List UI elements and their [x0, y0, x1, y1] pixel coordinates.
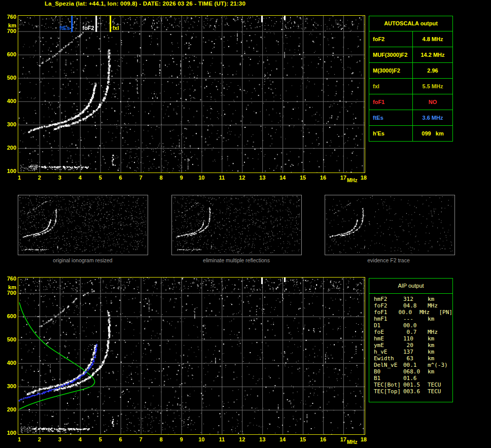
aip-output-table: AIP output hmF2312kmfoF204.8MHzfoF100.0M…: [369, 278, 453, 402]
bottom-ionogram-canvas: [18, 278, 365, 434]
aip-row-value: 20: [403, 342, 424, 349]
x-tick-label: 6: [119, 436, 122, 442]
x-tick-label: 7: [139, 175, 143, 181]
y-tick-label: 400: [2, 98, 16, 104]
aip-row-label: ymE: [374, 342, 403, 349]
aip-row-unit: km: [428, 316, 451, 322]
x-tick-label: 1: [18, 436, 21, 442]
y-tick-label: 100: [2, 430, 16, 436]
marker-label-fxi: fxI: [113, 25, 119, 31]
aip-row-value: 63: [403, 355, 424, 362]
aip-row-label: D1: [374, 322, 403, 329]
aip-row-label: foE: [374, 329, 403, 335]
x-tick-label: 14: [279, 175, 286, 181]
x-tick-label: 5: [99, 175, 102, 181]
x-tick-label: 16: [320, 175, 326, 181]
thumbnail-evidence-canvas: [325, 195, 453, 254]
table-row-muf3000f2: MUF(3000)F214.2 MHz: [369, 47, 452, 62]
aip-row-value: 001.5: [403, 382, 424, 388]
aip-row-foe: foE 0.7MHz: [374, 329, 452, 335]
aip-row-unit: [428, 322, 451, 329]
aip-row-hmf2: hmF2312km: [374, 296, 452, 302]
aip-row-value: 137: [403, 349, 424, 355]
x-tick-label: 11: [219, 436, 225, 442]
aip-row-label: hmF1: [374, 316, 403, 322]
y-tick-label: 700: [2, 290, 16, 296]
aip-row-hme: hmE110km: [374, 335, 452, 342]
thumbnail-evidence-f2: [325, 195, 455, 255]
row-value: 5.5 MHz: [413, 83, 452, 89]
aip-row-unit: km: [428, 355, 451, 362]
aip-row-value: 00.1: [403, 362, 424, 368]
row-label: foF1: [369, 94, 413, 110]
x-tick-label: 14: [279, 436, 286, 442]
y-tick-label: 760: [2, 14, 16, 20]
x-tick-label: 17: [340, 436, 346, 442]
x-tick-label: 4: [79, 175, 82, 181]
x-tick-label: 18: [361, 175, 367, 181]
x-tick-label: 3: [58, 436, 61, 442]
row-label: h'Es: [369, 126, 413, 141]
y-tick-label: 200: [2, 406, 16, 412]
y-tick-label: 760: [2, 275, 16, 282]
aip-row-fof1: foF100.0MHz[PN]: [374, 309, 452, 316]
aip-row-hmf1: hmF1---km: [374, 316, 452, 322]
x-tick-label: 15: [300, 436, 306, 442]
aip-row-tec-bot-: TEC[Bot]001.5TECU: [374, 382, 452, 388]
aip-row-unit: TECU: [428, 382, 451, 388]
aip-row-label: TEC[Top]: [374, 388, 403, 395]
aip-row-value: 312: [403, 296, 424, 302]
thumbnail-eliminate-reflections: [171, 195, 302, 255]
aip-row-b1: B101.6: [374, 375, 452, 382]
aip-row-label: B1: [374, 375, 403, 382]
y-tick-label: 500: [2, 336, 16, 342]
autoscala-table-title: AUTOSCALA output: [369, 16, 452, 31]
aip-row-unit: km: [428, 335, 451, 342]
autoscala-app-window: La_Spezia (lat: +44.1, lon: 009.8) - DAT…: [0, 0, 491, 448]
row-label: ftEs: [369, 110, 413, 125]
aip-row-label: h_vE: [374, 349, 403, 355]
row-value: 3.6 MHz: [413, 115, 452, 121]
x-tick-label: 16: [320, 436, 326, 442]
thumbnail-original-ionogram: [18, 195, 148, 255]
x-tick-label: 13: [259, 436, 265, 442]
aip-row-value: ---: [403, 316, 424, 322]
bottom-ionogram-plot: [18, 277, 365, 435]
aip-row-value: 00.0: [399, 309, 415, 316]
y-tick-label: 200: [2, 145, 16, 151]
x-tick-label: 8: [159, 436, 162, 442]
thumbnail-original-canvas: [18, 195, 147, 254]
marker-label-fof2: foF2: [73, 25, 94, 31]
aip-row-unit: km: [428, 349, 451, 355]
row-label: foF2: [369, 31, 413, 47]
marker-label-ftes: ftEs: [49, 25, 70, 31]
x-tick-label: 2: [38, 175, 41, 181]
aip-row-unit: MHz: [419, 309, 439, 316]
aip-row-value: 01.6: [403, 375, 424, 382]
aip-row-h-ve: h_vE137km: [374, 349, 452, 355]
aip-row-label: hmE: [374, 335, 403, 342]
row-label: fxI: [369, 79, 413, 94]
aip-row-value: 003.6: [403, 388, 424, 395]
aip-row-ewidth: Ewidth 63km: [374, 355, 452, 362]
x-tick-label: 4: [79, 436, 82, 442]
aip-table-title: AIP output: [369, 279, 452, 294]
x-tick-label: 2: [38, 436, 41, 442]
autoscala-output-table: AUTOSCALA output foF24.8 MHz MUF(3000)F2…: [369, 16, 453, 142]
aip-row-value: 00.0: [403, 322, 424, 329]
x-tick-label: 3: [58, 175, 61, 181]
top-ionogram-plot: [18, 15, 365, 173]
y-tick-label: 100: [2, 168, 16, 174]
table-row-hes: h'Es099 km: [369, 125, 452, 141]
row-label: M(3000)F2: [369, 63, 413, 78]
aip-row-unit: TECU: [428, 388, 451, 395]
aip-row-value: 110: [403, 335, 424, 342]
table-row-m3000f2: M(3000)F22.96: [369, 62, 452, 78]
row-value: 099 km: [413, 130, 452, 136]
aip-row-unit: m^(-3): [428, 362, 451, 368]
x-tick-label: 9: [180, 436, 183, 442]
x-tick-label: 18: [361, 436, 367, 442]
top-ionogram-canvas: [18, 16, 365, 173]
x-tick-label: 15: [300, 175, 306, 181]
y-tick-label: 400: [2, 360, 16, 366]
